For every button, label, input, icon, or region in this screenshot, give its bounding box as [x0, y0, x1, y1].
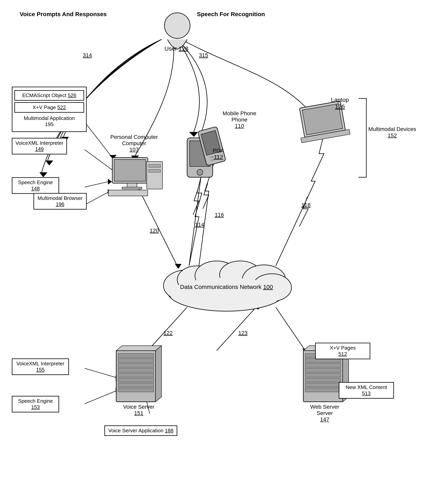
svg-rect-40 — [108, 190, 148, 196]
web-server-label: Web Server Server 147 — [310, 404, 339, 423]
svg-text:314: 314 — [83, 52, 92, 58]
svg-rect-72 — [118, 388, 154, 392]
svg-rect-79 — [305, 368, 341, 372]
svg-rect-66 — [118, 358, 154, 362]
svg-text:118: 118 — [301, 202, 311, 208]
multimodal-app-ref: 195 — [45, 121, 53, 127]
multimodal-devices-label: Multimodal Devices 152 — [368, 126, 416, 139]
svg-point-63 — [169, 278, 284, 309]
svg-rect-78 — [305, 363, 341, 367]
speech-engine-2-box: Speech Engine 153 — [12, 396, 59, 412]
svg-rect-39 — [122, 187, 142, 189]
svg-rect-43 — [149, 169, 161, 172]
svg-rect-69 — [118, 373, 154, 377]
personal-computer-label: Personal Computer Computer 107 — [110, 134, 158, 153]
svg-point-46 — [197, 169, 203, 175]
svg-rect-70 — [118, 378, 154, 382]
voice-prompts-label: Voice Prompts And Responses — [20, 11, 107, 17]
voice-server-label: Voice Server 151 — [123, 404, 154, 416]
mobile-phone-label: Mobile Phone Phone 110 — [222, 110, 256, 129]
multimodal-app-label: Multimodal Application — [24, 115, 75, 121]
svg-rect-68 — [118, 368, 154, 372]
xv-page-box: X+V Page 522 — [14, 102, 84, 113]
svg-rect-83 — [305, 388, 341, 392]
pda-label: PDA 112 — [213, 148, 224, 160]
svg-rect-38 — [127, 183, 137, 187]
svg-text:123: 123 — [238, 330, 248, 336]
svg-rect-67 — [118, 363, 154, 367]
ecmascript-box: ECMAScript Object 526 — [14, 90, 84, 101]
svg-point-35 — [165, 13, 190, 38]
main-diagram-svg: 314 315 120 114 116 118 122 123 — [0, 0, 440, 504]
voicexml-interpreter-1-box: VoiceXML Interpreter 149 — [12, 138, 67, 154]
svg-rect-81 — [305, 378, 341, 382]
svg-marker-74 — [156, 346, 162, 402]
new-xml-content-box: New XML Content 513 — [339, 382, 394, 399]
speech-recognition-label: Speech For Recognition — [197, 11, 265, 17]
svg-rect-42 — [149, 164, 161, 167]
svg-text:116: 116 — [215, 212, 224, 218]
ecmascript-outer-box: ECMAScript Object 526 X+V Page 522 Multi… — [12, 87, 87, 132]
svg-text:122: 122 — [164, 330, 173, 336]
voice-server-app-box: Voice Server Application 188 — [104, 425, 177, 436]
svg-rect-0 — [0, 0, 440, 504]
multimodal-browser-box: Multimodal Browser 196 — [33, 193, 87, 210]
svg-text:315: 315 — [199, 52, 208, 58]
data-network-label: Data Communications Network 100 — [177, 284, 276, 290]
user-label: User 128 — [165, 45, 189, 52]
svg-rect-71 — [118, 383, 154, 387]
svg-rect-37 — [114, 160, 146, 181]
xv-pages-box: X+V Pages 512 — [315, 343, 370, 359]
svg-rect-80 — [305, 373, 341, 377]
laptop-label: Laptop 126 — [331, 96, 349, 110]
voicexml-interpreter-2-box: VoiceXML Interpreter 155 — [12, 358, 69, 375]
svg-marker-73 — [116, 346, 162, 351]
speech-engine-1-box: Speech Engine 148 — [12, 177, 59, 194]
svg-rect-65 — [118, 354, 154, 357]
svg-text:114: 114 — [195, 222, 204, 228]
svg-text:120: 120 — [150, 228, 159, 233]
svg-rect-82 — [305, 383, 341, 387]
diagram-container: 314 315 120 114 116 118 122 123 Voice Pr… — [0, 0, 440, 504]
